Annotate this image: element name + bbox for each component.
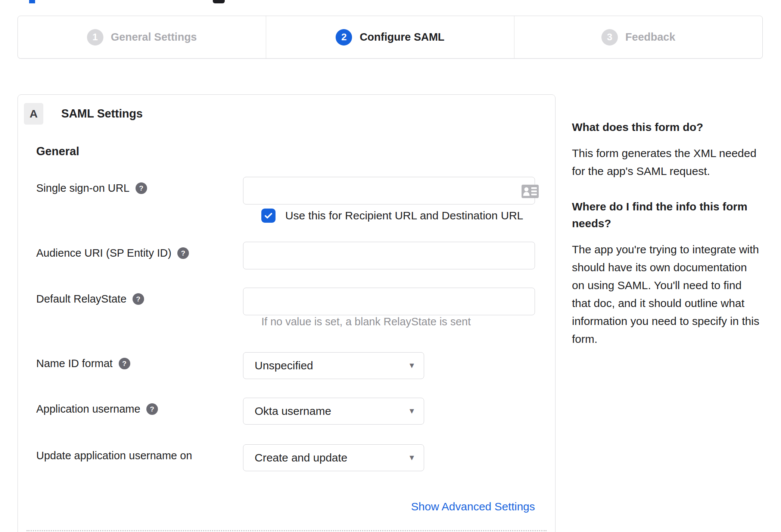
sso-url-row: Single sign-on URL ? [36, 177, 548, 204]
help-icon[interactable]: ? [119, 358, 130, 369]
sidebar-answer-1: This form generates the XML needed for t… [572, 144, 762, 180]
section-title: SAML Settings [61, 107, 143, 121]
sso-url-label: Single sign-on URL [36, 182, 130, 194]
name-id-format-row: Name ID format ? Unspecified ▾ [36, 352, 548, 379]
update-username-row: Update application username on Create an… [36, 444, 548, 471]
step-feedback[interactable]: 3 Feedback [514, 16, 762, 58]
application-username-value: Okta username [255, 405, 331, 417]
audience-uri-label: Audience URI (SP Entity ID) [36, 247, 171, 259]
relay-state-hint: If no value is set, a blank RelayState i… [261, 316, 471, 328]
sidebar-question-2: Where do I find the info this form needs… [572, 198, 762, 232]
chevron-down-icon: ▾ [410, 452, 414, 463]
relay-state-label-wrap: Default RelayState ? [36, 288, 243, 305]
section-divider [27, 530, 547, 531]
step-3-number-badge: 3 [601, 29, 618, 46]
recipient-url-checkbox[interactable] [261, 209, 276, 223]
update-username-label-wrap: Update application username on [36, 444, 243, 462]
step-2-label: Configure SAML [360, 31, 444, 43]
name-id-format-value: Unspecified [255, 359, 313, 372]
step-1-label: General Settings [111, 31, 197, 43]
clipped-blue-tab-fragment [29, 0, 35, 3]
sso-url-input[interactable] [243, 177, 535, 204]
application-username-label-wrap: Application username ? [36, 398, 243, 415]
name-id-format-select[interactable]: Unspecified ▾ [243, 352, 424, 379]
step-1-number-badge: 1 [87, 29, 103, 46]
address-card-icon[interactable] [522, 185, 539, 198]
saml-settings-panel: A SAML Settings General Single sign-on U… [18, 94, 556, 532]
section-a-badge: A [24, 103, 43, 125]
clipped-logo-fragment [213, 0, 225, 3]
step-general-settings[interactable]: 1 General Settings [18, 16, 266, 58]
update-username-select[interactable]: Create and update ▾ [243, 444, 424, 471]
step-2-number-badge: 2 [336, 29, 352, 46]
sidebar-question-1: What does this form do? [572, 119, 762, 135]
help-icon[interactable]: ? [177, 247, 189, 259]
help-icon[interactable]: ? [136, 182, 147, 194]
update-username-value: Create and update [255, 451, 348, 464]
relay-state-input[interactable] [243, 288, 535, 315]
help-icon[interactable]: ? [146, 403, 158, 415]
audience-uri-input[interactable] [243, 242, 535, 269]
name-id-format-label: Name ID format [36, 357, 113, 370]
step-configure-saml[interactable]: 2 Configure SAML [266, 16, 514, 58]
step-3-label: Feedback [625, 31, 675, 43]
help-icon[interactable]: ? [133, 293, 144, 305]
checkmark-icon [264, 211, 273, 220]
relay-state-row: Default RelayState ? [36, 288, 548, 315]
sidebar-answer-2: The app you're trying to integrate with … [572, 241, 762, 348]
relay-state-label: Default RelayState [36, 293, 127, 305]
panel-header: A SAML Settings [24, 103, 143, 125]
name-id-format-label-wrap: Name ID format ? [36, 352, 243, 370]
update-username-label: Update application username on [36, 450, 192, 462]
application-username-label: Application username [36, 403, 140, 415]
recipient-url-checkbox-label: Use this for Recipient URL and Destinati… [285, 209, 523, 222]
recipient-url-checkbox-row: Use this for Recipient URL and Destinati… [261, 209, 523, 223]
application-username-select[interactable]: Okta username ▾ [243, 398, 424, 425]
sso-url-label-wrap: Single sign-on URL ? [36, 177, 243, 194]
chevron-down-icon: ▾ [410, 406, 414, 416]
audience-uri-label-wrap: Audience URI (SP Entity ID) ? [36, 242, 243, 259]
application-username-row: Application username ? Okta username ▾ [36, 398, 548, 425]
chevron-down-icon: ▾ [410, 360, 414, 370]
audience-uri-row: Audience URI (SP Entity ID) ? [36, 242, 548, 269]
show-advanced-settings-link[interactable]: Show Advanced Settings [243, 500, 535, 513]
general-group-heading: General [36, 145, 79, 158]
help-sidebar: What does this form do? This form genera… [572, 119, 762, 366]
wizard-stepper: 1 General Settings 2 Configure SAML 3 Fe… [18, 16, 763, 59]
